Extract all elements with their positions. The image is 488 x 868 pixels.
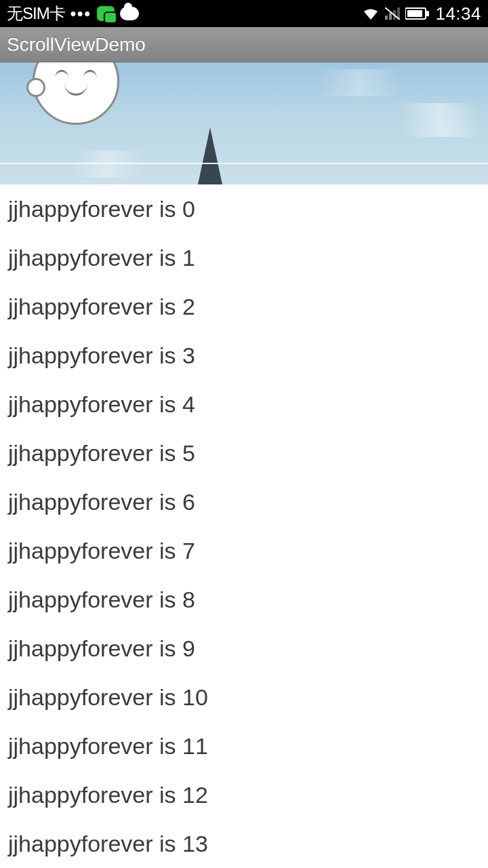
list-item-label: jjhappyforever is 13 bbox=[8, 831, 208, 857]
status-bar: 无SIM卡 ••• 14:34 bbox=[0, 0, 488, 27]
wifi-icon bbox=[362, 7, 380, 20]
list-item-label: jjhappyforever is 3 bbox=[8, 342, 195, 369]
app-bar: ScrollViewDemo bbox=[0, 27, 488, 62]
android-icon bbox=[120, 7, 139, 20]
battery-icon bbox=[405, 7, 430, 20]
list-item-label: jjhappyforever is 6 bbox=[8, 489, 195, 515]
list-item[interactable]: jjhappyforever is 1 bbox=[0, 233, 488, 282]
list-item[interactable]: jjhappyforever is 8 bbox=[0, 575, 488, 624]
hero-divider bbox=[0, 163, 488, 164]
signal-icon bbox=[385, 7, 400, 20]
list-item[interactable]: jjhappyforever is 12 bbox=[0, 770, 488, 819]
list-item-label: jjhappyforever is 1 bbox=[8, 245, 195, 271]
list-item[interactable]: jjhappyforever is 7 bbox=[0, 526, 488, 575]
status-left: 无SIM卡 ••• bbox=[7, 3, 139, 24]
list-item-label: jjhappyforever is 10 bbox=[8, 684, 208, 711]
svg-rect-1 bbox=[389, 13, 392, 20]
sim-status-text: 无SIM卡 bbox=[7, 3, 65, 24]
list-item[interactable]: jjhappyforever is 9 bbox=[0, 624, 488, 673]
list-item-label: jjhappyforever is 7 bbox=[8, 538, 195, 564]
list-item[interactable]: jjhappyforever is 4 bbox=[0, 380, 488, 429]
list-item-label: jjhappyforever is 4 bbox=[8, 391, 195, 418]
list-item[interactable]: jjhappyforever is 0 bbox=[0, 184, 488, 233]
wechat-icon bbox=[97, 6, 115, 21]
list-item[interactable]: jjhappyforever is 2 bbox=[0, 282, 488, 331]
header-image bbox=[0, 62, 488, 184]
svg-rect-0 bbox=[385, 16, 388, 20]
list-item[interactable]: jjhappyforever is 3 bbox=[0, 331, 488, 380]
status-right: 14:34 bbox=[362, 3, 481, 24]
list-item-label: jjhappyforever is 8 bbox=[8, 587, 195, 613]
balloon-illustration bbox=[33, 62, 119, 125]
list-item[interactable]: jjhappyforever is 5 bbox=[0, 429, 488, 477]
list-item[interactable]: jjhappyforever is 10 bbox=[0, 673, 488, 722]
sail-shape bbox=[198, 127, 222, 184]
list-item-label: jjhappyforever is 2 bbox=[8, 294, 195, 320]
app-bar-title: ScrollViewDemo bbox=[7, 34, 146, 56]
svg-rect-6 bbox=[407, 10, 422, 17]
list-item[interactable]: jjhappyforever is 13 bbox=[0, 819, 488, 868]
list-item-label: jjhappyforever is 9 bbox=[8, 635, 195, 662]
list-item-label: jjhappyforever is 12 bbox=[8, 782, 208, 808]
clock-text: 14:34 bbox=[435, 3, 481, 24]
list-item-label: jjhappyforever is 5 bbox=[8, 440, 195, 467]
svg-rect-7 bbox=[426, 11, 429, 16]
list-item[interactable]: jjhappyforever is 6 bbox=[0, 477, 488, 526]
list-item-label: jjhappyforever is 11 bbox=[8, 733, 208, 760]
list-item-label: jjhappyforever is 0 bbox=[8, 196, 195, 222]
more-dots-icon: ••• bbox=[70, 4, 92, 23]
list-item[interactable]: jjhappyforever is 11 bbox=[0, 722, 488, 770]
scroll-list[interactable]: jjhappyforever is 0 jjhappyforever is 1 … bbox=[0, 184, 488, 868]
